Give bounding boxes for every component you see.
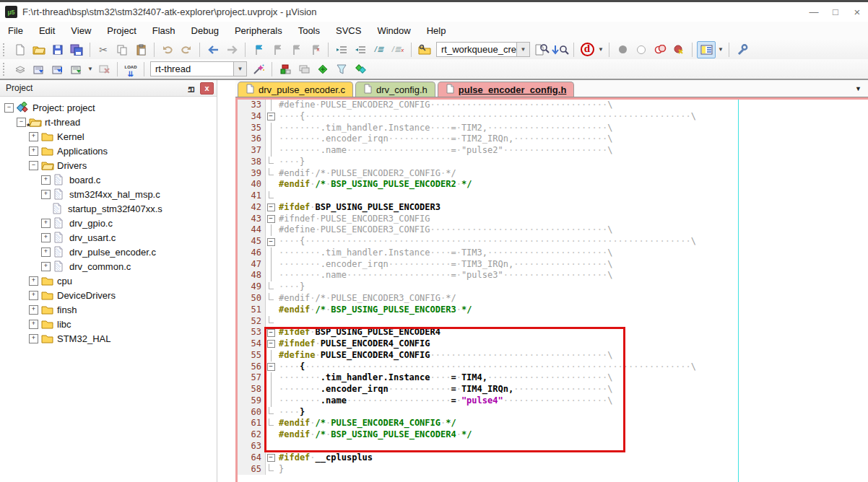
expand-icon[interactable]: + xyxy=(29,132,38,141)
copy-icon[interactable] xyxy=(113,42,131,58)
tree-item[interactable]: +DeviceDrivers xyxy=(0,288,217,302)
expand-icon[interactable]: + xyxy=(41,233,51,242)
tree-item[interactable]: +cpu xyxy=(0,273,217,288)
dropdown-arrow-icon[interactable]: ▼ xyxy=(596,46,605,53)
expand-icon[interactable]: + xyxy=(29,291,38,300)
search-term-combobox[interactable]: rt_workqueue_create▼ xyxy=(436,42,530,57)
expand-icon[interactable]: + xyxy=(29,146,38,156)
fold-collapse-icon[interactable]: − xyxy=(266,111,276,123)
code-editor[interactable]: 33#define·PULSE_ENCODER2_CONFIG·········… xyxy=(235,100,868,482)
menu-item-peripherals[interactable]: Peripherals xyxy=(227,22,290,40)
bookmark-toggle-icon[interactable] xyxy=(250,42,267,58)
tree-item[interactable]: +Applications xyxy=(0,144,217,158)
tree-item[interactable]: +drv_pulse_encoder.c xyxy=(0,245,217,259)
tree-item[interactable]: +drv_gpio.c xyxy=(0,216,217,230)
menu-item-window[interactable]: Window xyxy=(369,22,418,40)
find-in-files-folder-icon[interactable] xyxy=(416,42,433,58)
breakpoint-insert-icon[interactable] xyxy=(614,42,631,58)
batch-build-icon[interactable] xyxy=(68,61,85,77)
pin-icon[interactable]: 𝡩 xyxy=(186,83,197,93)
tree-item[interactable]: −Drivers xyxy=(0,158,217,172)
menu-item-project[interactable]: Project xyxy=(99,22,144,40)
window-layout-icon[interactable] xyxy=(697,41,716,58)
undo-icon[interactable] xyxy=(159,42,176,58)
combo-dropdown-icon[interactable]: ▼ xyxy=(516,43,529,56)
incremental-find-icon[interactable] xyxy=(552,42,569,58)
fold-collapse-icon[interactable]: − xyxy=(266,214,276,225)
dropdown-arrow-icon[interactable]: ▼ xyxy=(716,46,725,53)
bookmark-next-icon[interactable] xyxy=(269,42,286,58)
expand-icon[interactable]: + xyxy=(29,276,38,286)
menu-item-edit[interactable]: Edit xyxy=(31,22,63,40)
tree-item[interactable]: −Project: project xyxy=(0,100,217,115)
paste-icon[interactable] xyxy=(132,42,149,58)
menu-item-file[interactable]: File xyxy=(0,22,31,40)
tree-item[interactable]: +drv_common.c xyxy=(0,259,217,273)
open-file-icon[interactable] xyxy=(30,42,48,58)
close-button[interactable]: × xyxy=(846,4,868,20)
target-combobox[interactable]: rt-thread▼ xyxy=(150,61,247,76)
tree-item[interactable]: +Kernel xyxy=(0,129,217,144)
expand-icon[interactable]: + xyxy=(41,247,51,257)
download-icon[interactable]: LOAD⇊ xyxy=(122,61,139,77)
new-file-icon[interactable] xyxy=(12,42,29,58)
select-software-packs-icon[interactable] xyxy=(333,61,350,77)
save-icon[interactable] xyxy=(49,42,66,58)
collapse-icon[interactable]: − xyxy=(4,103,14,113)
menu-item-flash[interactable]: Flash xyxy=(144,22,183,40)
menu-item-tools[interactable]: Tools xyxy=(290,22,328,40)
panel-close-icon[interactable]: x xyxy=(200,82,214,95)
redo-icon[interactable] xyxy=(178,42,195,58)
expand-icon[interactable]: + xyxy=(29,320,38,329)
tree-item[interactable]: +libc xyxy=(0,317,217,331)
pack-installer-icon[interactable] xyxy=(352,61,369,77)
tree-item[interactable]: +finsh xyxy=(0,302,217,317)
collapse-icon[interactable]: − xyxy=(17,118,26,127)
fold-collapse-icon[interactable]: − xyxy=(266,236,276,247)
tree-item[interactable]: +STM32_HAL xyxy=(0,331,217,346)
document-list-dropdown-icon[interactable]: ▼ xyxy=(855,85,868,92)
comment-icon[interactable]: /≣ xyxy=(370,42,388,58)
fold-collapse-icon[interactable]: − xyxy=(266,452,276,464)
tree-item[interactable]: startup_stm32f407xx.s xyxy=(0,201,217,216)
menu-item-debug[interactable]: Debug xyxy=(183,22,227,40)
combo-dropdown-icon[interactable]: ▼ xyxy=(233,62,246,76)
tab-drv-pulse-encoder-c[interactable]: drv_pulse_encoder.c xyxy=(238,82,353,97)
manage-project-items-icon[interactable] xyxy=(277,61,294,77)
maximize-button[interactable]: □ xyxy=(825,4,846,20)
cut-icon[interactable]: ✂ xyxy=(95,42,112,58)
debug-session-icon[interactable]: d xyxy=(578,42,596,58)
expand-icon[interactable]: + xyxy=(41,219,51,228)
bookmark-prev-icon[interactable] xyxy=(287,42,305,58)
find-in-files-icon[interactable] xyxy=(533,42,550,58)
manage-run-time-environment-icon[interactable] xyxy=(314,61,331,77)
menu-item-svcs[interactable]: SVCS xyxy=(328,22,369,40)
translate-icon[interactable] xyxy=(12,61,29,77)
configure-icon[interactable] xyxy=(734,42,751,58)
navigate-forward-icon[interactable] xyxy=(223,42,240,58)
tree-item[interactable]: −*rt-thread xyxy=(0,115,217,129)
rebuild-icon[interactable] xyxy=(49,61,66,77)
bookmark-clear-icon[interactable]: x xyxy=(306,42,324,58)
build-icon[interactable] xyxy=(30,61,48,77)
expand-icon[interactable]: + xyxy=(41,175,51,185)
tree-item[interactable]: +stm32f4xx_hal_msp.c xyxy=(0,187,217,201)
manage-books-icon[interactable] xyxy=(295,61,313,77)
toolbar-gripper[interactable] xyxy=(3,43,8,56)
expand-icon[interactable]: + xyxy=(29,305,38,315)
menu-item-view[interactable]: View xyxy=(63,22,99,40)
navigate-back-icon[interactable] xyxy=(204,42,222,58)
breakpoint-enable-icon[interactable] xyxy=(633,42,650,58)
collapse-icon[interactable]: − xyxy=(29,161,38,170)
expand-icon[interactable]: + xyxy=(41,262,51,271)
indent-icon[interactable] xyxy=(333,42,350,58)
expand-icon[interactable]: + xyxy=(29,334,38,343)
fold-collapse-icon[interactable]: − xyxy=(266,202,276,214)
tree-item[interactable]: +drv_usart.c xyxy=(0,230,217,245)
menu-item-help[interactable]: Help xyxy=(419,22,454,40)
dropdown-arrow-icon[interactable]: ▼ xyxy=(86,66,95,72)
outdent-icon[interactable] xyxy=(352,42,369,58)
minimize-button[interactable]: — xyxy=(803,4,825,20)
uncomment-icon[interactable]: /≣x xyxy=(389,42,407,58)
save-all-icon[interactable] xyxy=(68,42,85,58)
